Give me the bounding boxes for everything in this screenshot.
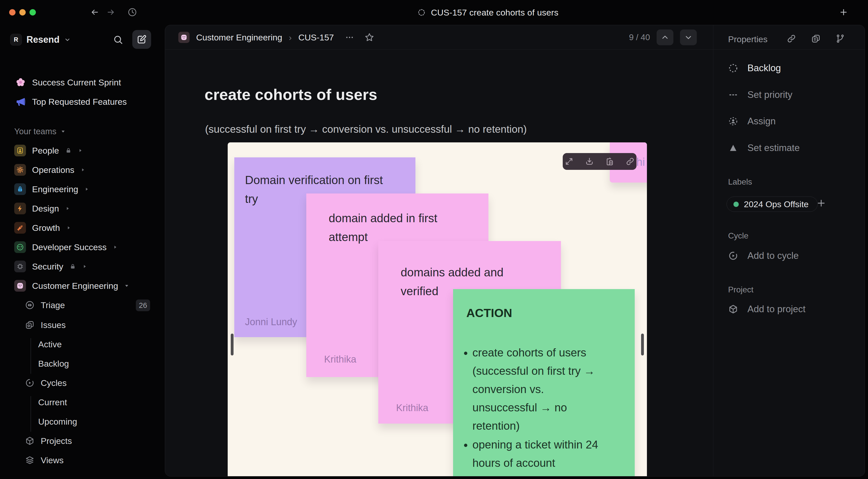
issue-title[interactable]: create cohorts of users: [205, 86, 377, 103]
developer-success-team-icon: [14, 241, 26, 253]
zoom-window-button[interactable]: [30, 9, 36, 15]
rocket-icon: [16, 224, 24, 232]
sidebar-item-views[interactable]: Views: [25, 452, 64, 468]
sidebar-item-projects[interactable]: Projects: [25, 433, 72, 449]
more-options-icon[interactable]: [345, 33, 354, 42]
sidebar-item-label: Active: [38, 340, 62, 349]
sidebar-team-growth[interactable]: Growth: [14, 220, 71, 236]
git-branch-icon[interactable]: [835, 34, 845, 43]
sidebar-item-issues[interactable]: Issues: [25, 317, 66, 333]
issue-description[interactable]: (successful on first try → conversion vs…: [205, 123, 527, 135]
back-button[interactable]: [90, 7, 100, 17]
add-label-button[interactable]: [816, 198, 826, 208]
add-to-cycle-label: Add to cycle: [747, 250, 799, 261]
previous-issue-button[interactable]: [657, 30, 673, 45]
sidebar-item-cycles[interactable]: Cycles: [25, 375, 67, 391]
compose-icon: [136, 34, 147, 44]
add-to-project-row[interactable]: Add to project: [728, 304, 805, 315]
new-issue-button[interactable]: [132, 30, 151, 49]
breadcrumb-issue-id[interactable]: CUS-157: [299, 33, 334, 42]
estimate-row[interactable]: Set estimate: [728, 142, 800, 153]
minimize-window-button[interactable]: [19, 9, 26, 15]
sidebar-item-top-requested-features[interactable]: Top Requested Features: [15, 94, 127, 110]
close-window-button[interactable]: [9, 9, 16, 15]
label-text: 2024 Ops Offsite: [744, 199, 809, 209]
team-label: Customer Engineering: [32, 281, 118, 291]
chevron-right-icon: [81, 167, 86, 172]
sidebar-team-security[interactable]: Security: [14, 258, 87, 275]
assignee-row[interactable]: Assign: [728, 116, 776, 127]
sidebar-item-current[interactable]: Current: [38, 394, 67, 410]
tree-indent-line: [31, 338, 31, 374]
assignee-label: Assign: [747, 116, 776, 127]
sidebar-item-active[interactable]: Active: [38, 336, 62, 352]
workspace-switcher[interactable]: R Resend: [10, 31, 71, 49]
sidebar-team-design[interactable]: Design: [14, 200, 70, 217]
sidebar-team-operations[interactable]: Operations: [14, 162, 86, 178]
engineering-team-icon: [14, 183, 26, 195]
sticky-note-text: domain added in first attempt: [329, 209, 461, 246]
copy-to-clipboard-icon[interactable]: [605, 157, 614, 166]
priority-row[interactable]: Set priority: [728, 90, 793, 100]
sidebar-team-developer-success[interactable]: Developer Success: [14, 239, 118, 255]
whiteboard-image-embed[interactable]: Domain verification on first try Jonni L…: [228, 142, 647, 476]
sidebar-item-label: Views: [41, 455, 64, 465]
sidebar-team-customer-engineering[interactable]: Customer Engineering: [14, 278, 129, 294]
link-icon[interactable]: [626, 157, 635, 166]
arrow-left-icon: [90, 8, 99, 17]
lightning-icon: [16, 205, 24, 212]
sidebar: R Resend Success Current Sprint Top Requ…: [0, 25, 163, 479]
people-team-icon: [14, 145, 26, 156]
new-tab-button[interactable]: [838, 7, 849, 17]
image-resize-handle-left[interactable]: [231, 333, 234, 355]
status-row[interactable]: Backlog: [728, 63, 781, 73]
add-to-project-label: Add to project: [747, 304, 805, 315]
sticky-note-author: Krithika: [324, 354, 356, 365]
gear-icon: [16, 166, 24, 174]
duplicate-icon[interactable]: [811, 34, 821, 43]
lock-icon: [65, 147, 72, 154]
cycles-icon: [25, 378, 35, 388]
sticky-note-author: Krithika: [396, 403, 428, 413]
label-chip-2024-ops-offsite[interactable]: 2024 Ops Offsite: [726, 196, 818, 212]
caret-down-icon: [61, 129, 66, 134]
project-section-header: Project: [728, 285, 753, 294]
copy-link-icon[interactable]: [786, 34, 796, 43]
smiley-icon: [16, 282, 24, 290]
id-card-icon: [16, 147, 24, 154]
add-to-cycle-row[interactable]: Add to cycle: [728, 250, 799, 261]
sidebar-team-engineering[interactable]: Engineering: [14, 181, 89, 197]
tree-indent-line: [31, 396, 31, 432]
expand-icon[interactable]: [564, 157, 574, 166]
project-cube-icon: [728, 304, 738, 314]
workspace-logo: R: [10, 34, 22, 45]
action-note-title: ACTION: [466, 306, 512, 320]
download-icon[interactable]: [585, 157, 594, 166]
sidebar-item-upcoming[interactable]: Upcoming: [38, 413, 77, 430]
breadcrumb-team[interactable]: Customer Engineering: [196, 33, 282, 42]
sidebar-item-success-current-sprint[interactable]: Success Current Sprint: [15, 74, 121, 91]
action-note-bullet: opening a ticket within 24 hours of acco…: [472, 436, 603, 472]
image-resize-handle-right[interactable]: [641, 333, 644, 355]
search-button[interactable]: [113, 34, 124, 45]
sidebar-item-triage[interactable]: Triage: [25, 297, 65, 313]
window-title: CUS-157 create cohorts of users: [418, 0, 558, 25]
security-team-icon: [14, 261, 26, 272]
plus-icon: [839, 8, 848, 17]
favorite-star-icon[interactable]: [364, 32, 374, 42]
next-issue-button[interactable]: [680, 30, 697, 45]
search-icon: [113, 35, 123, 45]
megaphone-icon: [15, 96, 26, 107]
chevron-right-icon: [78, 148, 83, 153]
projects-cube-icon: [25, 436, 35, 446]
history-button[interactable]: [127, 7, 137, 17]
chevron-right-icon: [66, 225, 71, 230]
sidebar-team-people[interactable]: People: [14, 142, 83, 159]
your-teams-header[interactable]: Your teams: [14, 127, 66, 136]
team-label: Engineering: [32, 184, 78, 194]
sidebar-item-backlog[interactable]: Backlog: [38, 355, 69, 372]
no-priority-icon: [728, 90, 738, 100]
cycle-icon: [728, 251, 738, 261]
forward-button[interactable]: [106, 7, 116, 17]
team-label: Design: [32, 204, 59, 214]
